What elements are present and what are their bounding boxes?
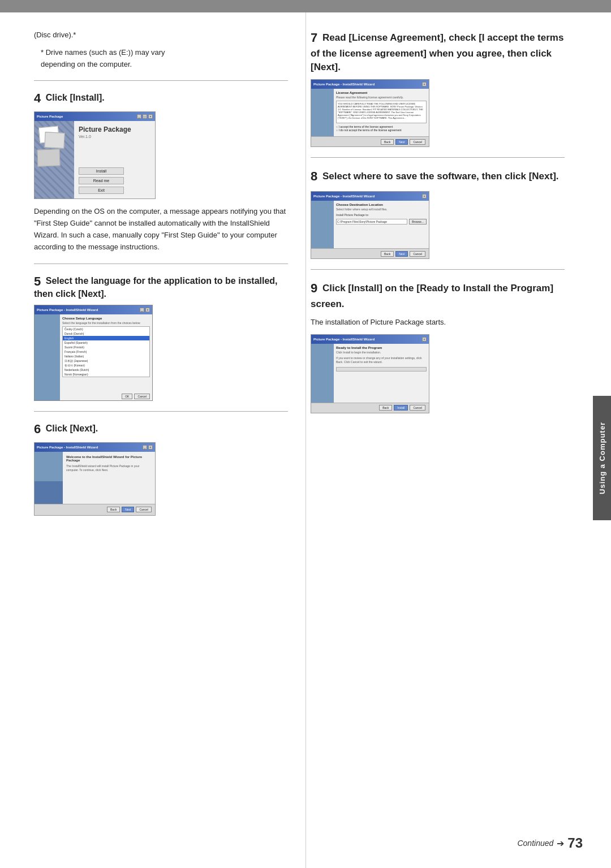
step6-titlebar: Picture Package - InstallShield Wizard _… — [35, 443, 155, 452]
divider-2 — [34, 264, 288, 264]
step9-titlebar-buttons: × — [422, 337, 427, 342]
step8-cancel-btn[interactable]: Cancel — [410, 251, 425, 257]
step8-back-btn[interactable]: Back — [381, 251, 394, 257]
lang-ok-btn[interactable]: OK — [122, 394, 132, 399]
step7-subheading: Please read the following license agreem… — [336, 96, 427, 99]
step8-heading: Choose Destination Location — [336, 203, 427, 206]
step8-close-btn[interactable]: × — [422, 194, 427, 198]
step9-cancel-btn[interactable]: Cancel — [410, 405, 425, 411]
lang-item-french: Français (French) — [63, 349, 149, 354]
main-content: (Disc drive).* * Drive names (such as (E… — [0, 12, 593, 868]
lang-close-btn[interactable]: × — [145, 308, 150, 312]
lang-item-dutch: Nederlands (Dutch) — [63, 368, 149, 372]
pp-maximize-btn[interactable]: □ — [143, 114, 147, 119]
step7-heading: License Agreement — [336, 91, 427, 94]
step8-bottom-bar: Back Next Cancel — [311, 248, 429, 258]
step7-cancel-btn[interactable]: Cancel — [410, 139, 425, 145]
lang-item-norwegian: Norsk (Norwegian) — [63, 372, 149, 377]
step7-titlebar-text: Picture Package - InstallShield Wizard — [313, 83, 375, 86]
lang-titlebar-text: Picture Package - InstallShield Wizard — [37, 308, 98, 312]
intro-line2: * Drive names (such as (E:)) may vary de… — [41, 47, 288, 71]
pp-titlebar-buttons: _ □ × — [137, 114, 153, 119]
step6-cancel-btn[interactable]: Cancel — [136, 507, 152, 512]
step8-path-field[interactable]: C:\Program Files\Sony\Picture Package — [336, 219, 407, 224]
step8-header: 8 Select where to save the software, the… — [311, 168, 565, 185]
lang-item-czech: Česky (Czech) — [63, 327, 149, 331]
pp-photo2 — [44, 132, 64, 149]
step4-screenshot-container: Picture Package _ □ × — [34, 111, 288, 199]
step7-next-btn[interactable]: Next — [395, 139, 408, 145]
divider-right-1 — [311, 157, 565, 158]
pp-right-panel: Picture Package Ver.1.0 Install Read me … — [74, 121, 155, 198]
pp-screenshot-inner: Picture Package _ □ × — [35, 112, 155, 198]
step8-left-panel — [311, 201, 334, 248]
step8-titlebar-text: Picture Package - InstallShield Wizard — [313, 195, 375, 198]
lang-left-panel — [35, 314, 60, 400]
step8-browse-btn[interactable]: Browse... — [409, 219, 427, 224]
step6-screenshot: Picture Package - InstallShield Wizard _… — [34, 442, 156, 516]
pp-titlebar-text: Picture Package — [37, 115, 63, 118]
step7-screenshot-inner: Picture Package - InstallShield Wizard ×… — [311, 80, 429, 146]
step4-header: 4 Click [Install]. — [34, 91, 288, 106]
lang-buttons: OK Cancel — [122, 394, 150, 399]
pp-close-btn[interactable]: × — [148, 114, 153, 119]
step6-close-btn[interactable]: × — [148, 445, 153, 450]
step7-close-btn[interactable]: × — [422, 82, 427, 87]
step7-titlebar-buttons: × — [422, 82, 427, 87]
step8-subheading: Select folder where setup will install f… — [336, 208, 427, 211]
side-tab: Using a Computer — [593, 396, 611, 520]
step6-left-panel — [35, 452, 63, 504]
step6-back-btn[interactable]: Back — [107, 507, 120, 512]
step7-left-panel — [311, 89, 334, 136]
step6-minimize-btn[interactable]: _ — [143, 445, 147, 450]
lang-content: Choose Setup Language Select the languag… — [35, 314, 152, 400]
lang-right-panel: Choose Setup Language Select the languag… — [60, 314, 152, 400]
step4-body: Depending on the OS on the computer, a m… — [34, 206, 288, 253]
step9-subheading: Click Install to begin the installation. — [336, 351, 427, 354]
step6-next-btn[interactable]: Next — [122, 507, 134, 512]
step9-body: The installation of Picture Package star… — [311, 317, 565, 329]
divider-3 — [34, 411, 288, 412]
step9-desc: If you want to review or change any of y… — [336, 356, 427, 365]
two-column-layout: (Disc drive).* * Drive names (such as (E… — [34, 29, 565, 851]
step9-bottom-bar: Back Install Cancel — [311, 403, 429, 413]
step9-close-btn[interactable]: × — [422, 337, 427, 342]
step5-screenshot: Picture Package - InstallShield Wizard _… — [34, 305, 153, 401]
step6-body: The InstallShield wizard will install Pi… — [66, 464, 152, 473]
step6-header: 6 Click [Next]. — [34, 422, 288, 437]
step6-inner: Picture Package - InstallShield Wizard _… — [35, 443, 155, 515]
step9-back-btn[interactable]: Back — [379, 405, 392, 411]
step6-bottom-bar: Back Next Cancel — [35, 504, 155, 515]
step7-header: 7 Read [License Agreement], check [I acc… — [311, 29, 565, 74]
pp-titlebar: Picture Package _ □ × — [35, 112, 155, 121]
lang-listbox[interactable]: Česky (Czech) Dansk (Danish) English Esp… — [62, 326, 150, 377]
footer: Continued ➔ 73 — [517, 835, 583, 851]
step9-install-btn[interactable]: Install — [394, 405, 408, 411]
step6-section: 6 Click [Next]. Picture Package - Instal… — [34, 422, 288, 516]
step7-back-btn[interactable]: Back — [381, 139, 394, 145]
step5-header: 5 Select the language for the applicatio… — [34, 274, 288, 299]
step5-screenshot-inner: Picture Package - InstallShield Wizard _… — [35, 305, 152, 400]
step9-titlebar-text: Picture Package - InstallShield Wizard — [313, 338, 375, 341]
lang-minimize-btn[interactable]: _ — [140, 308, 144, 312]
step7-titlebar: Picture Package - InstallShield Wizard × — [311, 80, 429, 89]
divider-1 — [34, 80, 288, 81]
step8-path-row: Install Picture Package to: — [336, 213, 427, 217]
left-column: (Disc drive).* * Drive names (such as (E… — [34, 29, 288, 851]
right-column: 7 Read [License Agreement], check [I acc… — [311, 29, 565, 851]
step9-section: 9 Click [Install] on the [Ready to Insta… — [311, 280, 565, 413]
pp-main-title: Picture Package — [79, 126, 150, 133]
lang-titlebar-buttons: _ × — [140, 308, 150, 312]
step8-next-btn[interactable]: Next — [395, 251, 408, 257]
pp-minimize-btn[interactable]: _ — [137, 114, 141, 119]
step9-content: Ready to Install the Program Click Insta… — [311, 344, 429, 403]
pp-install-btn-img[interactable]: Install — [79, 167, 124, 175]
step6-titlebar-text: Picture Package - InstallShield Wizard — [37, 446, 98, 449]
step6-titlebar-buttons: _ × — [143, 445, 153, 450]
step7-text-area: YOU SHOULD CAREFULLY READ THE FOLLOWING … — [336, 101, 427, 123]
pp-readme-btn-img[interactable]: Read me — [79, 177, 124, 184]
lang-cancel-btn[interactable]: Cancel — [134, 394, 150, 399]
pp-exit-btn-img[interactable]: Exit — [79, 187, 124, 194]
page: Using a Computer (Disc drive).* * Drive … — [0, 0, 611, 868]
step6-heading: Welcome to the InstallShield Wizard for … — [66, 455, 152, 462]
